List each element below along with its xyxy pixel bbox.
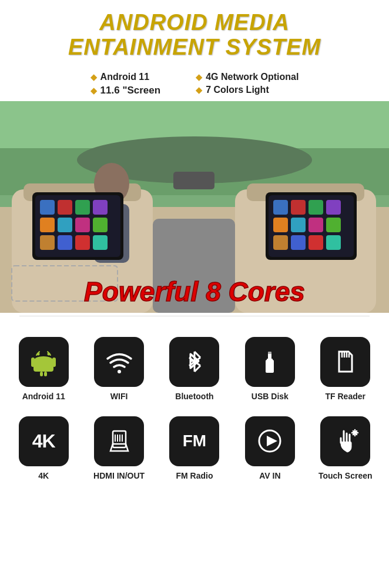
android-icon	[29, 347, 58, 376]
svg-rect-46	[52, 358, 56, 367]
feature-card-touch: Touch Screen	[313, 416, 378, 480]
features-row: ◆ Android 11 ◆ 11.6 "Screen ◆ 4G Network…	[0, 66, 389, 101]
svg-rect-45	[31, 358, 35, 367]
hdmi-icon-box	[94, 416, 144, 466]
svg-rect-32	[326, 200, 341, 215]
svg-rect-38	[291, 235, 306, 250]
car-section: Powerful 8 Cores	[0, 101, 389, 313]
svg-rect-30	[291, 200, 306, 215]
features-col-right: ◆ 4G Network Optional ◆ 7 Colors Light	[196, 72, 299, 96]
svg-rect-37	[273, 235, 288, 250]
svg-rect-60	[268, 352, 271, 354]
svg-rect-47	[40, 372, 43, 376]
header-section: ANDROID MEDIA ENTAINMENT SYSTEM	[0, 0, 389, 66]
feature-card-wifi: WIFI	[87, 337, 152, 401]
touch-icon-box	[320, 416, 370, 466]
feature-card-android: Android 11	[11, 337, 76, 401]
avin-icon	[255, 426, 284, 456]
diamond-icon-2: ◆	[90, 86, 97, 95]
feature-4g-label: 4G Network Optional	[206, 72, 299, 82]
svg-rect-33	[273, 218, 288, 232]
svg-rect-36	[326, 218, 341, 232]
4k-icon-box: 4K	[19, 416, 69, 466]
title-line2: ENTAINMENT SYSTEM	[68, 35, 321, 59]
usb-label: USB Disk	[251, 392, 289, 401]
features-grid-row1: Android 11 WIFI	[6, 337, 383, 401]
diamond-icon: ◆	[90, 72, 97, 82]
bluetooth-label: Bluetooth	[175, 392, 213, 401]
feature-card-tf: TF Reader	[313, 337, 378, 401]
feature-screen-label: 11.6 "Screen	[100, 85, 161, 96]
feature-colors-label: 7 Colors Light	[206, 85, 269, 95]
features-section: Android 11 WIFI	[0, 325, 389, 492]
wifi-icon	[105, 347, 134, 376]
svg-rect-25	[75, 235, 90, 250]
svg-rect-29	[273, 200, 288, 215]
avin-label: AV IN	[259, 471, 280, 480]
svg-rect-23	[40, 235, 55, 250]
diamond-icon-4: ◆	[196, 85, 202, 95]
svg-rect-20	[58, 218, 72, 232]
svg-rect-31	[308, 200, 323, 215]
usb-icon	[255, 347, 284, 376]
feature-card-avin: AV IN	[237, 416, 302, 480]
tf-icon-box	[320, 337, 370, 387]
diamond-icon-3: ◆	[196, 72, 202, 82]
android-label: Android 11	[22, 392, 65, 401]
tf-label: TF Reader	[326, 392, 365, 401]
features-col-left: ◆ Android 11 ◆ 11.6 "Screen	[90, 72, 161, 96]
touch-icon	[331, 426, 360, 456]
feature-android-label: Android 11	[100, 72, 150, 82]
4k-label: 4K	[38, 471, 49, 480]
svg-rect-22	[93, 218, 108, 232]
svg-marker-71	[267, 436, 277, 446]
svg-rect-39	[308, 235, 323, 250]
features-grid-row2: 4K 4K HDMI IN/OUT	[6, 416, 383, 480]
feature-card-usb: USB Disk	[237, 337, 302, 401]
hdmi-icon	[105, 426, 134, 456]
svg-rect-34	[291, 218, 306, 232]
svg-rect-35	[308, 218, 323, 232]
touch-label: Touch Screen	[318, 471, 373, 480]
svg-rect-18	[93, 200, 108, 215]
4k-icon: 4K	[32, 430, 55, 452]
bluetooth-icon-box	[169, 337, 219, 387]
feature-card-fm: FM FM Radio	[162, 416, 227, 480]
svg-point-51	[118, 370, 121, 373]
svg-rect-15	[40, 200, 55, 215]
feature-android: ◆ Android 11	[90, 72, 161, 82]
android-icon-box	[19, 337, 69, 387]
svg-rect-21	[75, 218, 90, 232]
svg-rect-26	[93, 235, 108, 250]
hdmi-label: HDMI IN/OUT	[93, 471, 145, 480]
feature-screen: ◆ 11.6 "Screen	[90, 85, 161, 96]
section-divider	[19, 316, 370, 316]
bluetooth-icon	[180, 347, 209, 376]
feature-4g: ◆ 4G Network Optional	[196, 72, 299, 82]
car-svg: Powerful 8 Cores	[0, 101, 389, 313]
svg-rect-10	[173, 172, 214, 189]
wifi-icon-box	[94, 337, 144, 387]
svg-rect-40	[326, 235, 341, 250]
feature-card-hdmi: HDMI IN/OUT	[87, 416, 152, 480]
usb-icon-box	[245, 337, 295, 387]
svg-rect-24	[58, 235, 72, 250]
feature-colors: ◆ 7 Colors Light	[196, 85, 299, 95]
wifi-label: WIFI	[110, 392, 128, 401]
tf-icon	[331, 347, 360, 376]
feature-card-bluetooth: Bluetooth	[162, 337, 227, 401]
svg-rect-48	[44, 372, 47, 376]
feature-card-4k: 4K 4K	[11, 416, 76, 480]
svg-rect-16	[58, 200, 72, 215]
svg-text:Powerful 8 Cores: Powerful 8 Cores	[84, 276, 305, 307]
fm-icon-box: FM	[169, 416, 219, 466]
page-wrapper: ANDROID MEDIA ENTAINMENT SYSTEM ◆ Androi…	[0, 0, 389, 492]
fm-label: FM Radio	[176, 471, 213, 480]
svg-rect-19	[40, 218, 55, 232]
fm-icon: FM	[183, 432, 206, 450]
svg-rect-17	[75, 200, 90, 215]
avin-icon-box	[245, 416, 295, 466]
title-line1: ANDROID MEDIA	[99, 10, 289, 35]
main-title: ANDROID MEDIA ENTAINMENT SYSTEM	[12, 11, 377, 60]
